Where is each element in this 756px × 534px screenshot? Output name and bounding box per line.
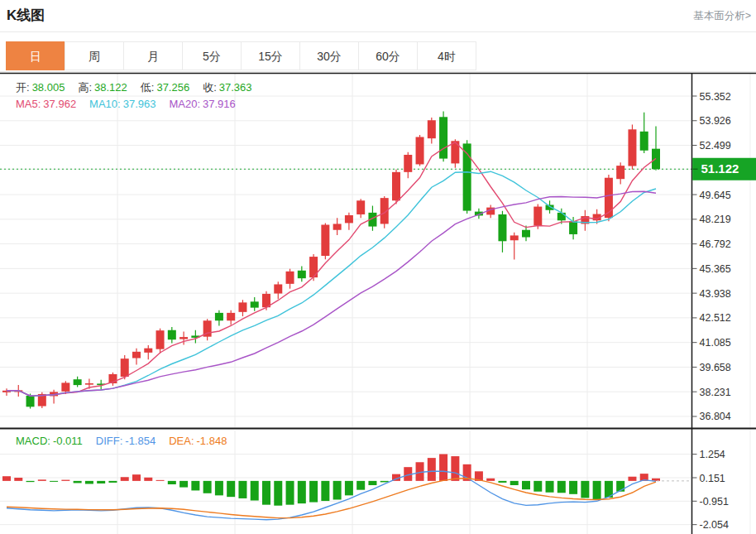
candlestick [439,111,447,161]
macd-bar [451,456,459,481]
macd-bar [26,481,35,482]
macd-bar [309,481,318,503]
candlestick [546,200,554,214]
svg-text:51.122: 51.122 [701,161,739,176]
macd-axis-label: -2.054 [700,519,729,531]
macd-bar [345,481,353,495]
candlestick [74,377,82,387]
ma-item-0: MA5:37.962 [16,98,76,110]
main-axis-label: 36.804 [700,411,731,422]
macd-bar [286,481,294,505]
main-axis-label: 53.926 [700,115,731,127]
ma20-line [7,191,656,396]
macd-legend: MACD:-0.011DIFF:-1.854DEA:-1.848 [16,435,240,447]
candlestick [616,162,624,184]
macd-bar [274,481,282,506]
macd-bar [569,481,577,494]
ma10-line [7,171,656,396]
macd-bar [333,481,342,500]
macd-item-1: DIFF:-1.854 [96,435,156,447]
macd-item-2: DEA:-1.848 [169,435,227,447]
candlestick [108,373,117,386]
ohlc-item-2: 低:37.256 [141,80,189,95]
macd-item-0: MACD:-0.011 [16,435,83,447]
ohlc-legend: 开:38.005高:38.122低:37.256收:37.363 [16,80,266,95]
candlestick [203,319,212,340]
macd-axis-label: 0.151 [700,473,725,484]
candles-layer [2,111,660,408]
ohlc-item-3: 收:37.363 [203,80,251,95]
macd-bar [368,481,376,485]
candlestick [640,113,648,153]
macd-bar [380,481,389,483]
macd-bar [156,480,165,481]
main-axis-label: 41.085 [700,337,731,349]
ohlc-item-1: 高:38.122 [78,80,127,95]
macd-bar [179,481,188,488]
macd-bar [238,481,246,498]
macd-bar [50,481,58,482]
candlestick [156,329,165,354]
macd-bar [203,481,212,493]
macd-bar [298,481,306,503]
macd-bar [85,481,93,484]
macd-bar [14,478,22,481]
macd-bar [486,479,495,481]
candlestick [168,327,176,343]
candlestick [191,330,199,344]
macd-bar [321,481,329,501]
macd-bar [557,481,566,493]
macd-bar [215,481,223,495]
macd-bar [108,481,117,483]
macd-bar [38,479,46,481]
main-axis-label: 39.658 [700,362,731,373]
candlestick [522,226,530,242]
macd-bar [61,480,69,481]
macd-bar [416,462,424,481]
ma-item-1: MA10:37.963 [89,98,156,110]
macd-bar [581,481,589,498]
macd-bar [439,454,447,480]
candlestick [356,199,365,218]
ohlc-item-0: 开:38.005 [16,80,65,95]
macd-bar [593,481,601,500]
candlestick [274,281,282,299]
candlestick [144,345,152,359]
kline-widget: K线图 基本面分析> 日周月5分15分30分60分4时 55.35253.926… [0,0,756,534]
main-axis-label: 43.938 [700,288,731,300]
main-axis-label: 42.512 [700,312,731,324]
macd-bar [251,481,259,501]
candlestick [345,213,353,230]
macd-bar [522,481,530,489]
main-axis-label: 52.499 [700,140,731,152]
macd-bar [74,481,82,483]
candlestick [132,349,141,365]
candlestick [428,118,436,143]
candlestick [510,233,519,260]
candlestick [581,210,589,231]
main-axis-label: 38.231 [700,387,731,398]
macd-bar [262,481,270,505]
main-axis-label: 45.365 [700,263,731,275]
current-price-tag: 51.122 [692,158,756,180]
macd-bar [97,481,105,483]
macd-bar [534,481,542,492]
macd-bar [191,481,199,491]
candlestick [238,300,246,316]
macd-bar [227,481,235,497]
main-axis-label: 46.792 [700,238,731,250]
main-axis-label: 55.352 [700,91,731,103]
candlestick [227,310,235,325]
ma-legend: MA5:37.962MA10:37.963MA20:37.916 [16,98,249,110]
candlestick [498,211,506,253]
candlestick [2,388,11,396]
candlestick [215,310,223,326]
macd-bar [144,478,152,481]
macd-bar [428,458,436,481]
main-axis-label: 49.645 [700,190,731,201]
ma5-line [7,142,656,396]
macd-bar [132,474,141,481]
macd-bar [498,481,506,483]
macd-bar [2,476,11,481]
candlestick [286,269,294,289]
